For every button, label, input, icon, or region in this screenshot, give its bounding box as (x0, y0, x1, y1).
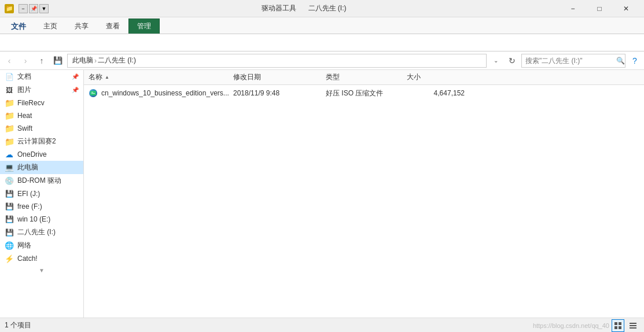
sidebar-item-network[interactable]: 🌐 网络 (0, 239, 83, 252)
minimize-ribbon-btn[interactable]: − (19, 4, 28, 13)
file-list: cn_windows_10_business_edition_vers... 2… (84, 85, 644, 318)
title-bar: 📁 − 📌 ▼ 驱动器工具 二八先生 (I:) − □ ✕ (0, 0, 644, 17)
col-name-label: 名称 (89, 72, 102, 82)
address-bar: ‹ › ↑ 💾 此电脑 › 二八先生 (I:) ⌄ ↻ 🔍 ? (0, 51, 644, 70)
catch-icon: ⚡ (5, 254, 14, 263)
tab-home[interactable]: 主页 (35, 19, 66, 34)
swift-icon: 📁 (5, 124, 14, 133)
help-btn[interactable]: ▼ (39, 4, 49, 13)
forward-btn[interactable]: › (19, 54, 32, 68)
scroll-indicator: ▼ (0, 265, 83, 276)
col-header-type[interactable]: 类型 (326, 72, 407, 82)
sort-arrow-icon: ▲ (105, 75, 109, 80)
main-layout: 📄 文档 📌 🖼 图片 📌 📁 FileRecv 📁 Heat 📁 Swift … (0, 70, 644, 318)
file-iso-icon (89, 88, 98, 98)
ribbon: 文件 主页 共享 查看 管理 (0, 17, 644, 34)
sidebar-label-heat: Heat (17, 112, 32, 120)
heat-icon: 📁 (5, 111, 14, 120)
sidebar-label-pics: 图片 (17, 85, 31, 95)
sidebar-item-bdrom[interactable]: 💿 BD-ROM 驱动 (0, 174, 83, 187)
column-headers: 名称 ▲ 修改日期 类型 大小 (84, 70, 644, 85)
sidebar: 📄 文档 📌 🖼 图片 📌 📁 FileRecv 📁 Heat 📁 Swift … (0, 70, 84, 318)
close-btn[interactable]: ✕ (613, 0, 639, 17)
28xiansheng-icon: 💾 (5, 228, 14, 237)
svg-rect-8 (630, 325, 636, 326)
title-bar-left: 📁 − 📌 ▼ (5, 4, 49, 13)
network-icon: 🌐 (5, 241, 14, 250)
driver-tools-label: 驱动器工具 (262, 4, 296, 12)
tab-manage[interactable]: 管理 (128, 19, 160, 34)
search-input[interactable] (522, 57, 616, 65)
title-bar-controls: − 📌 ▼ (19, 4, 49, 13)
svg-rect-1 (91, 92, 93, 93)
sidebar-item-swift[interactable]: 📁 Swift (0, 122, 83, 135)
sidebar-item-onedrive[interactable]: ☁ OneDrive (0, 148, 83, 161)
svg-rect-3 (614, 322, 617, 325)
col-type-label: 类型 (326, 72, 340, 82)
up-btn[interactable]: ↑ (35, 54, 49, 68)
maximize-btn[interactable]: □ (586, 0, 613, 17)
bdrom-icon: 💿 (5, 176, 14, 186)
svg-rect-5 (614, 326, 617, 329)
sidebar-item-pics[interactable]: 🖼 图片 📌 (0, 83, 83, 97)
col-size-label: 大小 (407, 72, 421, 82)
address-dropdown-btn[interactable]: ⌄ (489, 54, 503, 68)
sidebar-item-cloudrace[interactable]: 📁 云计算国赛2 (0, 135, 83, 148)
content-area: 名称 ▲ 修改日期 类型 大小 (84, 70, 644, 318)
table-row[interactable]: cn_windows_10_business_edition_vers... 2… (84, 86, 644, 100)
minimize-btn[interactable]: − (560, 0, 586, 17)
tab-share[interactable]: 共享 (66, 19, 97, 34)
back-btn[interactable]: ‹ (2, 54, 16, 68)
thispc-icon: 💻 (5, 163, 14, 172)
svg-rect-7 (630, 323, 636, 324)
tab-file[interactable]: 文件 (2, 19, 35, 34)
title-text: 二八先生 (I:) (308, 4, 347, 12)
status-bar: 1 个项目 https://blog.csdn.net/qq_40 (0, 318, 644, 332)
col-header-name[interactable]: 名称 ▲ (89, 72, 233, 82)
sidebar-item-win10[interactable]: 💾 win 10 (E:) (0, 213, 83, 226)
sidebar-label-bdrom: BD-ROM 驱动 (17, 176, 61, 186)
sidebar-label-free: free (F:) (17, 202, 42, 211)
status-right: https://blog.csdn.net/qq_40 (533, 319, 639, 332)
sidebar-label-cloudrace: 云计算国赛2 (17, 137, 56, 146)
tab-view[interactable]: 查看 (97, 19, 128, 34)
ribbon-tabs: 文件 主页 共享 查看 管理 (0, 17, 644, 34)
col-header-date[interactable]: 修改日期 (233, 72, 326, 82)
sidebar-item-heat[interactable]: 📁 Heat (0, 109, 83, 122)
sidebar-item-thispc[interactable]: 💻 此电脑 (0, 161, 83, 174)
svg-rect-4 (619, 322, 621, 325)
sidebar-item-catch[interactable]: ⚡ Catch! (0, 252, 83, 265)
sidebar-label-28xiansheng: 二八先生 (I:) (17, 227, 56, 237)
view-list-btn[interactable] (627, 319, 639, 332)
pin-ribbon-btn[interactable]: 📌 (29, 4, 38, 13)
filerecv-icon: 📁 (5, 98, 14, 108)
file-date-cell: 2018/11/9 9:48 (233, 89, 326, 97)
sidebar-label-catch: Catch! (17, 254, 38, 263)
path-drive: 二八先生 (I:) (98, 56, 136, 65)
onedrive-icon: ☁ (5, 150, 14, 159)
help-icon[interactable]: ? (628, 54, 642, 68)
window-title: 驱动器工具 二八先生 (I:) (49, 3, 560, 13)
docs-icon: 📄 (5, 72, 14, 82)
sidebar-item-docs[interactable]: 📄 文档 📌 (0, 70, 83, 83)
file-name-cell: cn_windows_10_business_edition_vers... (89, 88, 233, 98)
address-path[interactable]: 此电脑 › 二八先生 (I:) (67, 54, 487, 68)
view-grid-btn[interactable] (612, 319, 624, 332)
sidebar-item-28xiansheng[interactable]: 💾 二八先生 (I:) (0, 226, 83, 239)
path-sep-1: › (94, 57, 97, 65)
ribbon-content-area (0, 34, 644, 51)
refresh-btn[interactable]: ↻ (505, 54, 519, 68)
win10-icon: 💾 (5, 215, 14, 224)
sidebar-label-onedrive: OneDrive (17, 150, 47, 158)
sidebar-item-filerecv[interactable]: 📁 FileRecv (0, 97, 83, 109)
sidebar-item-free[interactable]: 💾 free (F:) (0, 200, 83, 213)
search-icon[interactable]: 🔍 (616, 54, 625, 68)
col-header-size[interactable]: 大小 (407, 72, 465, 82)
sidebar-label-efi: EFI (J:) (17, 190, 40, 198)
watermark-text: https://blog.csdn.net/qq_40 (533, 322, 609, 329)
pin-icon-docs: 📌 (72, 73, 79, 80)
sidebar-item-efi[interactable]: 💾 EFI (J:) (0, 187, 83, 200)
sidebar-label-swift: Swift (17, 124, 32, 132)
free-icon: 💾 (5, 202, 14, 211)
app-icon: 📁 (5, 4, 14, 13)
